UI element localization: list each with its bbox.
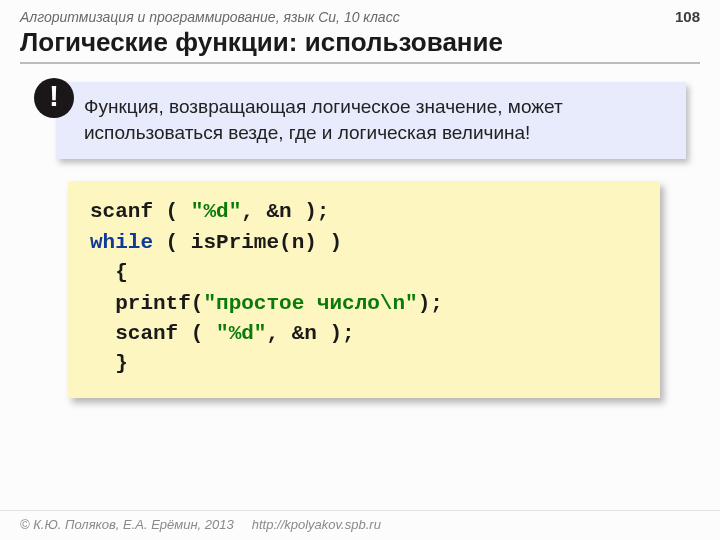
note-callout: ! Функция, возвращающая логическое значе…: [34, 82, 686, 159]
course-label: Алгоритмизация и программирование, язык …: [20, 9, 400, 25]
note-text: Функция, возвращающая логическое значени…: [56, 82, 686, 159]
exclamation-icon: !: [34, 78, 74, 118]
top-bar: Алгоритмизация и программирование, язык …: [0, 0, 720, 27]
page-title: Логические функции: использование: [20, 27, 700, 64]
source-url: http://kpolyakov.spb.ru: [252, 517, 381, 532]
copyright: © К.Ю. Поляков, Е.А. Ерёмин, 2013: [20, 517, 234, 532]
page-number: 108: [675, 8, 700, 25]
footer: © К.Ю. Поляков, Е.А. Ерёмин, 2013 http:/…: [0, 510, 720, 532]
code-block: scanf ( "%d", &n ); while ( isPrime(n) )…: [68, 181, 660, 398]
